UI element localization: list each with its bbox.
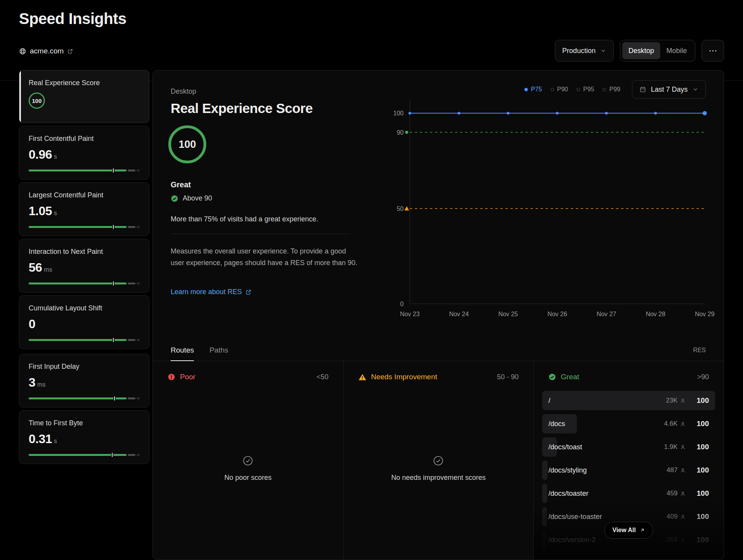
great-header: Great >90	[534, 361, 724, 386]
metric-progress-bar	[29, 454, 140, 456]
sidebar-item-time-to-first-byte[interactable]: Time to First Byte 0.31s	[19, 410, 149, 464]
metric-unit: s	[54, 438, 57, 445]
traffic-bar	[542, 461, 547, 480]
poor-empty-state: No poor scores	[153, 456, 343, 482]
p95-dot-icon	[577, 88, 580, 91]
great-column: Great >90 / 23K 100 /docs	[533, 361, 724, 560]
legend-item-p95[interactable]: P95	[577, 86, 594, 93]
needs-improvement-empty-text: No needs improvement scores	[391, 474, 486, 482]
metric-label: Interaction to Next Paint	[29, 248, 140, 256]
svg-text:Nov 27: Nov 27	[597, 311, 616, 317]
legend-item-p75[interactable]: P75	[524, 86, 542, 93]
route-visitors: 23K	[666, 397, 678, 404]
svg-text:0: 0	[400, 301, 404, 307]
route-score: 100	[693, 396, 709, 405]
route-path: /	[548, 397, 550, 405]
route-path: /docs/toast	[548, 443, 582, 451]
p90-dot-icon	[551, 88, 554, 91]
panel-title: Real Experience Score	[171, 101, 313, 116]
device-tab-desktop[interactable]: Desktop	[622, 42, 660, 59]
metric-value: 3	[29, 375, 35, 390]
svg-text:Nov 29: Nov 29	[695, 311, 715, 317]
visitors-icon	[680, 421, 686, 427]
route-score: 100	[693, 443, 709, 451]
route-visitors: 409	[667, 513, 678, 521]
poor-range: <50	[317, 373, 329, 381]
route-row[interactable]: /docs/styling 487 100	[542, 459, 715, 482]
sidebar-item-real-experience-score[interactable]: Real Experience Score 100	[19, 70, 149, 123]
page-title: Speed Insights	[19, 10, 127, 27]
metric-progress-bar	[29, 170, 140, 171]
metric-unit: s	[54, 210, 57, 217]
visitors-icon	[680, 468, 686, 473]
metric-value: 0.31	[29, 432, 52, 446]
view-all-button[interactable]: View All	[604, 522, 653, 539]
traffic-bar	[542, 530, 546, 550]
needs-improvement-range: 50 - 90	[497, 373, 519, 381]
environment-select[interactable]: Production	[555, 40, 614, 62]
route-score: 100	[693, 489, 709, 498]
metric-value: 1.05	[29, 204, 52, 218]
external-link-icon	[67, 48, 73, 54]
sidebar-item-cumulative-layout-shift[interactable]: Cumulative Layout Shift 0	[19, 295, 149, 349]
svg-text:50: 50	[397, 206, 404, 212]
metrics-sidebar: Real Experience Score 100 First Contentf…	[19, 70, 149, 467]
description-text: Measures the overall user experience. To…	[171, 245, 358, 269]
great-label: Great	[561, 373, 579, 381]
needs-improvement-label: Needs Improvement	[371, 373, 437, 381]
route-visitors: 1.9K	[664, 443, 678, 451]
metric-label: First Input Delay	[29, 363, 140, 371]
sidebar-item-interaction-to-next-paint[interactable]: Interaction to Next Paint 56ms	[19, 239, 149, 293]
svg-text:Nov 25: Nov 25	[498, 311, 518, 317]
svg-text:90: 90	[397, 129, 404, 136]
metric-marker	[113, 281, 114, 286]
route-row[interactable]: /docs/toaster 459 100	[542, 482, 715, 505]
p75-dot-icon	[524, 88, 528, 91]
sidebar-item-first-input-delay[interactable]: First Input Delay 3ms	[19, 354, 149, 408]
svg-text:100: 100	[393, 110, 404, 116]
visitors-icon	[680, 514, 686, 520]
route-row[interactable]: / 23K 100	[542, 389, 715, 412]
res-detail-panel: Desktop Real Experience Score 100 Great …	[152, 70, 724, 560]
legend-item-p90[interactable]: P90	[551, 86, 568, 93]
metric-unit: s	[54, 153, 57, 160]
route-score: 100	[693, 536, 709, 544]
visitors-icon	[680, 491, 686, 497]
alert-circle-icon	[168, 373, 175, 381]
learn-more-link[interactable]: Learn more about RES	[171, 288, 252, 296]
domain-link[interactable]: acme.com	[19, 47, 73, 55]
poor-empty-text: No poor scores	[224, 474, 272, 482]
metric-progress-bar	[29, 283, 140, 284]
visitors-icon	[680, 398, 686, 404]
route-visitors: 4.6K	[664, 420, 678, 428]
needs-improvement-column: Needs Improvement 50 - 90 No needs impro…	[343, 361, 534, 560]
tab-routes[interactable]: Routes	[171, 339, 194, 361]
date-range-label: Last 7 Days	[651, 86, 688, 94]
arrow-up-right-icon	[640, 527, 645, 533]
score-buckets: Poor <50 No poor scores Needs Improvemen…	[153, 361, 724, 560]
svg-text:Nov 28: Nov 28	[646, 311, 666, 317]
score-ring-large: 100	[168, 125, 206, 163]
sidebar-item-first-contentful-paint[interactable]: First Contentful Paint 0.96s	[19, 126, 149, 180]
environment-label: Production	[562, 47, 596, 55]
info-divider	[171, 234, 351, 234]
route-visitors: 359	[667, 536, 678, 544]
route-row[interactable]: /docs/toast 1.9K 100	[542, 435, 715, 459]
tab-paths[interactable]: Paths	[209, 339, 228, 361]
more-menu-button[interactable]: ⋯	[702, 40, 724, 62]
res-chart: 10090500Nov 23Nov 24Nov 25Nov 26Nov 27No…	[389, 94, 710, 326]
route-row[interactable]: /docs 4.6K 100	[542, 412, 715, 435]
check-circle-outline-icon	[433, 456, 443, 466]
sidebar-item-largest-contentful-paint[interactable]: Largest Contentful Paint 1.05s	[19, 182, 149, 236]
rating-label: Great	[171, 180, 191, 189]
metric-value: 0	[29, 317, 35, 331]
device-tab-mobile[interactable]: Mobile	[660, 42, 693, 59]
svg-text:Nov 24: Nov 24	[449, 311, 469, 317]
route-path: /docs/styling	[548, 466, 587, 474]
metric-marker	[113, 338, 114, 342]
calendar-icon	[639, 86, 646, 93]
metric-progress-bar	[29, 339, 140, 341]
legend-item-p99[interactable]: P99	[603, 86, 620, 93]
device-toggle: Desktop Mobile	[620, 40, 695, 62]
route-score: 100	[693, 512, 709, 521]
